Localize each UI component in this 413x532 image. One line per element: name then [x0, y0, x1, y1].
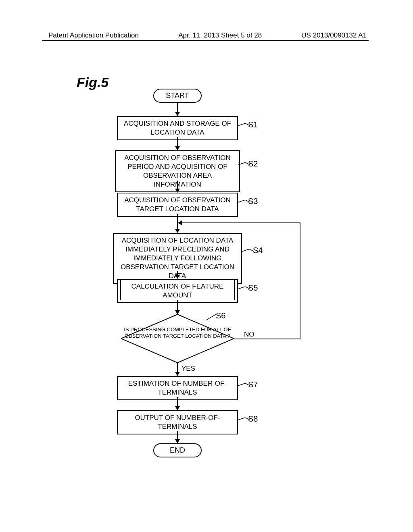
step-label-s3: S3 [248, 197, 258, 206]
step-label-s4: S4 [253, 246, 263, 255]
connector [177, 363, 178, 373]
connector [177, 397, 178, 407]
arrow-down-icon [175, 229, 180, 233]
arrow-down-icon [175, 112, 180, 116]
header-divider [42, 40, 369, 41]
svg-line-4 [238, 200, 245, 202]
arrow-down-icon [175, 189, 180, 193]
loop-line [181, 222, 300, 223]
terminal-start: START [153, 89, 202, 103]
header-date-sheet: Apr. 11, 2013 Sheet 5 of 28 [178, 31, 262, 39]
svg-line-11 [206, 314, 216, 320]
arrow-down-icon [175, 372, 180, 376]
figure-number: Fig.5 [77, 75, 108, 90]
connector [177, 431, 178, 440]
header-publication: Patent Application Publication [48, 31, 139, 39]
svg-line-0 [238, 123, 245, 126]
arrow-down-icon [175, 439, 180, 443]
yes-label: YES [181, 365, 195, 373]
svg-line-14 [238, 418, 245, 420]
arrow-down-icon [175, 406, 180, 410]
connector [177, 103, 178, 113]
connector [177, 300, 178, 311]
svg-line-8 [238, 287, 245, 289]
step-label-s5: S5 [248, 283, 258, 293]
decision-text: IS PROCESSING COMPLETED FOR ALL OF OBSER… [121, 326, 234, 340]
header-patent-number: US 2013/0090132 A1 [301, 31, 367, 39]
step-label-s7: S7 [248, 380, 258, 389]
decision-s6: IS PROCESSING COMPLETED FOR ALL OF OBSER… [121, 314, 234, 363]
step-label-s6: S6 [216, 311, 225, 320]
arrow-down-icon [175, 146, 180, 150]
double-bar [234, 279, 235, 300]
arrow-down-icon [175, 310, 180, 314]
loop-line [300, 222, 300, 339]
loop-line [234, 339, 300, 339]
connector [177, 181, 178, 189]
double-bar [120, 279, 121, 300]
svg-line-2 [238, 162, 245, 165]
label-connector [242, 249, 254, 254]
arrow-down-icon [175, 275, 180, 279]
svg-line-12 [238, 383, 245, 386]
no-label: NO [244, 330, 254, 339]
step-label-s1: S1 [248, 120, 258, 129]
connector [177, 137, 178, 147]
terminal-end: END [153, 443, 202, 457]
step-label-s2: S2 [248, 159, 258, 168]
page-header: Patent Application Publication Apr. 11, … [0, 31, 413, 39]
svg-line-6 [242, 249, 249, 251]
step-label-s8: S8 [248, 414, 258, 424]
